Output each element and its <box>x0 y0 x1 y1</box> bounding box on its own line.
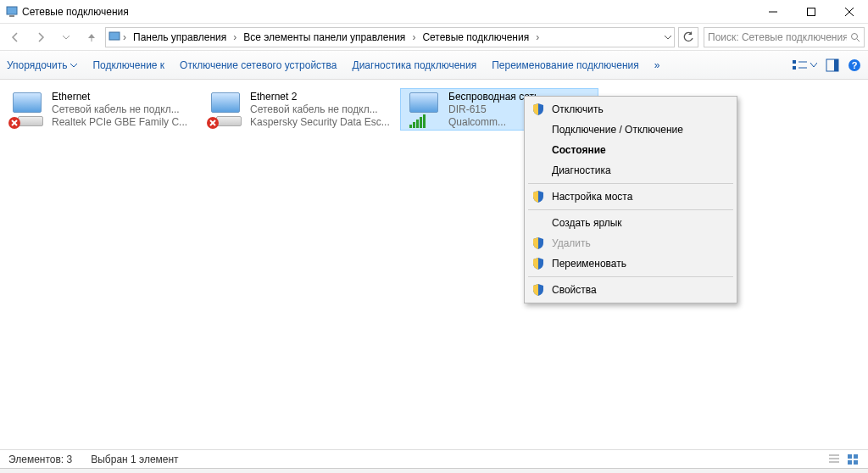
svg-rect-15 <box>834 59 838 71</box>
preview-pane-icon[interactable] <box>826 58 839 72</box>
view-options-icon[interactable] <box>792 58 817 72</box>
address-bar[interactable]: › Панель управления › Все элементы панел… <box>105 27 675 47</box>
menu-properties[interactable]: Свойства <box>526 280 735 300</box>
menu-rename[interactable]: Переименовать <box>526 253 735 274</box>
titlebar: Сетевые подключения <box>0 0 868 24</box>
close-button[interactable] <box>830 0 868 23</box>
ethernet-icon <box>8 91 47 130</box>
adapter-name: Ethernet <box>52 91 198 103</box>
up-button[interactable] <box>80 27 103 47</box>
tiles-view-icon[interactable] <box>846 453 860 466</box>
menu-delete: Удалить <box>526 233 735 253</box>
svg-rect-27 <box>848 454 852 459</box>
forward-button[interactable] <box>29 27 53 47</box>
menu-separator <box>528 183 733 184</box>
address-dropdown-icon[interactable] <box>664 33 672 42</box>
refresh-button[interactable] <box>678 27 698 47</box>
maximize-button[interactable] <box>792 0 830 23</box>
svg-rect-28 <box>854 454 858 459</box>
navbar: › Панель управления › Все элементы панел… <box>0 24 868 51</box>
shield-icon <box>531 257 545 270</box>
menu-separator <box>528 209 733 210</box>
svg-rect-7 <box>109 32 120 40</box>
minimize-button[interactable] <box>754 0 792 23</box>
toolbar: Упорядочить Подключение к Отключение сет… <box>0 51 868 80</box>
svg-rect-29 <box>848 460 852 465</box>
svg-rect-3 <box>807 8 815 15</box>
adapter-ethernet[interactable]: Ethernet Сетевой кабель не подкл... Real… <box>3 88 202 131</box>
back-button[interactable] <box>3 27 27 47</box>
svg-rect-0 <box>7 7 17 14</box>
status-selected: Выбран 1 элемент <box>91 454 178 465</box>
menu-status[interactable]: Состояние <box>526 140 735 160</box>
svg-text:?: ? <box>852 60 858 70</box>
crumb-control-panel[interactable]: Панель управления <box>128 30 231 45</box>
help-icon[interactable]: ? <box>848 58 861 72</box>
svg-rect-1 <box>9 15 14 17</box>
svg-line-9 <box>857 39 860 42</box>
app-icon <box>5 5 19 19</box>
signal-icon <box>409 114 426 128</box>
status-count: Элементов: 3 <box>8 454 72 465</box>
menu-separator <box>528 276 733 277</box>
shield-icon <box>531 236 545 250</box>
organize-menu[interactable]: Упорядочить <box>7 59 77 71</box>
search-input[interactable]: Поиск: Сетевые подключения <box>704 27 865 47</box>
shield-icon <box>531 283 545 297</box>
svg-rect-11 <box>793 66 796 70</box>
content-area: Ethernet Сетевой кабель не подкл... Real… <box>0 80 868 449</box>
adapter-device: Realtek PCIe GBE Family C... <box>52 116 198 128</box>
rename-button[interactable]: Переименование подключения <box>492 59 639 71</box>
ethernet2-icon <box>206 91 245 130</box>
statusbar: Элементов: 3 Выбран 1 элемент <box>0 449 868 468</box>
disable-device-button[interactable]: Отключение сетевого устройства <box>180 59 337 71</box>
network-icon <box>108 31 121 44</box>
menu-disable[interactable]: Отключить <box>526 99 735 120</box>
svg-rect-30 <box>854 460 858 465</box>
search-icon <box>850 32 860 42</box>
toolbar-more[interactable]: » <box>654 59 660 71</box>
svg-point-8 <box>852 33 858 39</box>
menu-shortcut[interactable]: Создать ярлык <box>526 213 735 233</box>
disconnected-icon <box>206 116 220 130</box>
menu-diagnose[interactable]: Диагностика <box>526 160 735 181</box>
wireless-icon <box>404 91 443 130</box>
diagnose-button[interactable]: Диагностика подключения <box>353 59 477 71</box>
crumb-network-connections[interactable]: Сетевые подключения <box>417 30 534 45</box>
adapter-status: Сетевой кабель не подкл... <box>250 103 396 116</box>
disconnected-icon <box>8 116 21 130</box>
shield-icon <box>531 190 545 203</box>
adapter-name: Ethernet 2 <box>250 91 396 103</box>
menu-connect-disconnect[interactable]: Подключение / Отключение <box>526 120 735 140</box>
details-view-icon[interactable] <box>827 453 841 466</box>
window-controls <box>754 0 868 23</box>
crumb-all-items[interactable]: Все элементы панели управления <box>238 30 410 45</box>
menu-bridge[interactable]: Настройка моста <box>526 186 735 207</box>
adapter-ethernet2[interactable]: Ethernet 2 Сетевой кабель не подкл... Ka… <box>202 88 400 131</box>
adapter-status: Сетевой кабель не подкл... <box>52 103 198 116</box>
adapter-device: Kaspersky Security Data Esc... <box>250 116 396 128</box>
connect-to-button[interactable]: Подключение к <box>92 59 164 71</box>
shield-icon <box>531 103 545 116</box>
window-title: Сетевые подключения <box>19 6 754 18</box>
context-menu: Отключить Подключение / Отключение Состо… <box>524 96 737 303</box>
search-placeholder: Поиск: Сетевые подключения <box>708 31 847 43</box>
notification-bar[interactable]: Средство устранения сетевых неполадок <box>0 468 868 473</box>
recent-dropdown[interactable] <box>54 27 78 47</box>
svg-rect-10 <box>793 60 796 64</box>
